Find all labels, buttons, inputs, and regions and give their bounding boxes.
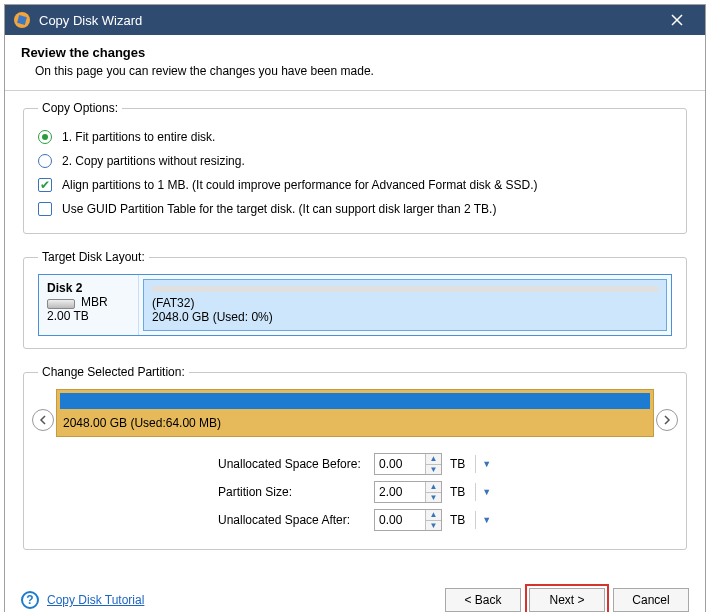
change-partition-legend: Change Selected Partition: — [38, 365, 189, 379]
partition-fill-bar — [60, 393, 650, 409]
option-noresize-label: 2. Copy partitions without resizing. — [62, 154, 245, 168]
page-title: Review the changes — [21, 45, 689, 60]
close-icon[interactable] — [657, 5, 697, 35]
app-icon — [13, 11, 31, 29]
unalloc-before-input[interactable]: ▲▼ — [374, 453, 442, 475]
selected-partition-label: 2048.00 GB (Used:64.00 MB) — [57, 412, 653, 436]
checkbox-checked-icon: ✔ — [38, 178, 52, 192]
unalloc-after-input[interactable]: ▲▼ — [374, 509, 442, 531]
partition-usage-text: 2048.0 GB (Used: 0%) — [152, 310, 658, 324]
spin-down-icon[interactable]: ▼ — [426, 493, 441, 503]
disk-info: Disk 2 MBR 2.00 TB — [39, 275, 139, 335]
copy-options-legend: Copy Options: — [38, 101, 122, 115]
copy-options-group: Copy Options: 1. Fit partitions to entir… — [23, 101, 687, 234]
selected-partition-block[interactable]: 2048.00 GB (Used:64.00 MB) — [56, 389, 654, 437]
spin-up-icon[interactable]: ▲ — [426, 482, 441, 493]
disk-scheme: MBR — [81, 295, 108, 309]
back-button[interactable]: < Back — [445, 588, 521, 612]
unalloc-before-label: Unallocated Space Before: — [218, 457, 374, 471]
partition-size-label: Partition Size: — [218, 485, 374, 499]
partition-size-unit: TB — [450, 485, 465, 499]
option-fit-label: 1. Fit partitions to entire disk. — [62, 130, 215, 144]
unalloc-after-value[interactable] — [375, 510, 425, 530]
page-subtitle: On this page you can review the changes … — [35, 64, 689, 78]
unit-dropdown-icon[interactable]: ▼ — [475, 455, 497, 473]
spin-down-icon[interactable]: ▼ — [426, 465, 441, 475]
unit-dropdown-icon[interactable]: ▼ — [475, 483, 497, 501]
disk-size: 2.00 TB — [47, 309, 130, 323]
change-partition-group: Change Selected Partition: 2048.00 GB (U… — [23, 365, 687, 550]
partition-size-value[interactable] — [375, 482, 425, 502]
partition-size-input[interactable]: ▲▼ — [374, 481, 442, 503]
titlebar: Copy Disk Wizard — [5, 5, 705, 35]
next-partition-button[interactable] — [656, 409, 678, 431]
checkbox-unchecked-icon — [38, 202, 52, 216]
radio-selected-icon — [38, 130, 52, 144]
option-use-guid[interactable]: Use GUID Partition Table for the target … — [38, 197, 672, 221]
option-align-1mb[interactable]: ✔ Align partitions to 1 MB. (It could im… — [38, 173, 672, 197]
window-title: Copy Disk Wizard — [39, 13, 657, 28]
wizard-footer: ? Copy Disk Tutorial < Back Next > Cance… — [5, 578, 705, 612]
option-guid-label: Use GUID Partition Table for the target … — [62, 202, 496, 216]
cancel-button[interactable]: Cancel — [613, 588, 689, 612]
wizard-header: Review the changes On this page you can … — [5, 35, 705, 91]
unalloc-after-unit: TB — [450, 513, 465, 527]
disk-name: Disk 2 — [47, 281, 130, 295]
partition-bar[interactable]: (FAT32) 2048.0 GB (Used: 0%) — [143, 279, 667, 331]
unit-dropdown-icon[interactable]: ▼ — [475, 511, 497, 529]
option-align-label: Align partitions to 1 MB. (It could impr… — [62, 178, 538, 192]
unalloc-before-value[interactable] — [375, 454, 425, 474]
radio-unselected-icon — [38, 154, 52, 168]
option-fit-partitions[interactable]: 1. Fit partitions to entire disk. — [38, 125, 672, 149]
spin-up-icon[interactable]: ▲ — [426, 454, 441, 465]
prev-partition-button[interactable] — [32, 409, 54, 431]
next-button[interactable]: Next > — [529, 588, 605, 612]
spin-down-icon[interactable]: ▼ — [426, 521, 441, 531]
spin-up-icon[interactable]: ▲ — [426, 510, 441, 521]
disk-icon — [47, 299, 75, 309]
disk-row[interactable]: Disk 2 MBR 2.00 TB (FAT32) 2048.0 GB (Us… — [38, 274, 672, 336]
partition-fs: (FAT32) — [152, 296, 658, 310]
wizard-window: Copy Disk Wizard Review the changes On t… — [4, 4, 706, 612]
help-icon[interactable]: ? — [21, 591, 39, 609]
target-disk-layout-group: Target Disk Layout: Disk 2 MBR 2.00 TB (… — [23, 250, 687, 349]
partition-usage-bar — [152, 286, 658, 292]
target-layout-legend: Target Disk Layout: — [38, 250, 149, 264]
tutorial-link[interactable]: Copy Disk Tutorial — [47, 593, 144, 607]
unalloc-before-unit: TB — [450, 457, 465, 471]
option-copy-without-resize[interactable]: 2. Copy partitions without resizing. — [38, 149, 672, 173]
unalloc-after-label: Unallocated Space After: — [218, 513, 374, 527]
